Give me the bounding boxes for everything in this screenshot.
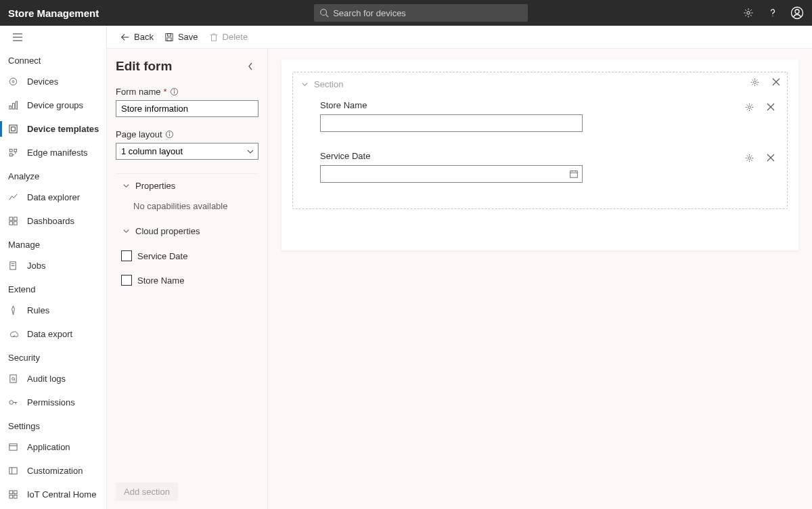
svg-rect-18 xyxy=(9,154,12,156)
nav-item-device-templates[interactable]: Device templates xyxy=(0,117,106,141)
nav-item-customization[interactable]: Customization xyxy=(0,459,106,483)
global-search[interactable] xyxy=(314,4,528,22)
hamburger-icon xyxy=(12,32,23,42)
nav-toggle-button[interactable] xyxy=(4,26,31,49)
nav-item-audit-logs[interactable]: Audit logs xyxy=(0,367,106,391)
nav-item-iot-central-home[interactable]: IoT Central Home xyxy=(0,483,106,506)
svg-point-2 xyxy=(747,12,750,14)
svg-point-55 xyxy=(748,106,750,108)
svg-point-65 xyxy=(748,156,750,159)
help-icon xyxy=(767,7,778,18)
info-icon[interactable] xyxy=(170,87,179,96)
nav-item-label: Device templates xyxy=(27,124,99,134)
chevron-down-icon xyxy=(122,227,130,235)
svg-line-29 xyxy=(14,380,15,380)
svg-point-30 xyxy=(9,401,14,405)
nav-item-dashboards[interactable]: Dashboards xyxy=(0,209,106,233)
page-layout-label: Page layout xyxy=(116,129,258,139)
svg-rect-36 xyxy=(14,491,17,494)
nav-item-label: Edge manifests xyxy=(27,148,88,158)
svg-rect-19 xyxy=(9,217,13,221)
field-remove-button[interactable] xyxy=(764,151,777,164)
add-section-button[interactable]: Add section xyxy=(116,483,178,501)
cloud-prop-checkbox-service-date[interactable]: Service Date xyxy=(116,245,258,267)
field-input-text[interactable] xyxy=(320,114,583,132)
svg-rect-33 xyxy=(9,468,17,474)
field-label: Service Date xyxy=(320,151,760,161)
nav-item-jobs[interactable]: Jobs xyxy=(0,254,106,278)
nav-item-data-explorer[interactable]: Data explorer xyxy=(0,185,106,209)
top-bar: Store Management xyxy=(0,0,812,26)
audit-logs-icon xyxy=(8,374,27,384)
account-icon xyxy=(790,6,804,20)
nav-item-device-groups[interactable]: Device groups xyxy=(0,93,106,117)
svg-rect-37 xyxy=(9,495,13,498)
customization-icon xyxy=(8,466,27,476)
nav-item-label: Dashboards xyxy=(27,216,74,226)
left-nav: Connect Devices Device groups Device tem… xyxy=(0,26,107,509)
form-section[interactable]: Section Store Name xyxy=(292,72,788,209)
no-capabilities-message: No capabilities available xyxy=(116,197,258,219)
nav-item-devices[interactable]: Devices xyxy=(0,70,106,93)
info-icon[interactable] xyxy=(165,130,174,139)
section-settings-button[interactable] xyxy=(748,75,761,89)
panel-collapse-button[interactable] xyxy=(242,58,258,74)
save-label: Save xyxy=(178,32,198,42)
back-button[interactable]: Back xyxy=(120,32,154,42)
delete-button: Delete xyxy=(209,32,248,42)
home-icon xyxy=(8,489,27,500)
nav-item-data-export[interactable]: Data export xyxy=(0,322,106,346)
svg-rect-11 xyxy=(9,106,12,109)
account-button[interactable] xyxy=(785,0,809,26)
help-button[interactable] xyxy=(761,0,785,26)
svg-point-52 xyxy=(753,81,756,83)
svg-marker-26 xyxy=(12,306,15,315)
svg-point-10 xyxy=(12,81,14,83)
svg-point-9 xyxy=(9,78,16,85)
close-icon xyxy=(766,102,775,112)
properties-section-toggle[interactable]: Properties xyxy=(116,174,258,197)
dashboards-icon xyxy=(8,216,27,226)
svg-rect-41 xyxy=(167,33,171,36)
form-field-store-name[interactable]: Store Name xyxy=(298,92,782,143)
nav-section-manage: Manage xyxy=(0,233,106,254)
nav-item-label: Devices xyxy=(27,76,58,87)
form-field-service-date[interactable]: Service Date xyxy=(298,143,782,194)
chevron-down-icon[interactable] xyxy=(301,81,309,88)
nav-item-edge-manifests[interactable]: Edge manifests xyxy=(0,141,106,164)
save-icon xyxy=(164,32,174,42)
page-layout-select[interactable] xyxy=(116,143,258,160)
save-button[interactable]: Save xyxy=(164,32,198,42)
field-remove-button[interactable] xyxy=(764,100,777,114)
device-templates-icon xyxy=(8,124,27,134)
checkbox-icon xyxy=(121,275,132,286)
device-groups-icon xyxy=(8,100,27,110)
jobs-icon xyxy=(8,261,27,271)
svg-rect-14 xyxy=(9,125,17,133)
page-layout-value[interactable] xyxy=(116,143,258,160)
gear-icon xyxy=(744,102,754,112)
section-remove-button[interactable] xyxy=(769,75,783,89)
svg-line-1 xyxy=(326,15,329,18)
nav-item-permissions[interactable]: Permissions xyxy=(0,391,106,414)
nav-section-settings: Settings xyxy=(0,414,106,435)
nav-item-label: IoT Central Home xyxy=(27,489,96,500)
nav-item-label: Customization xyxy=(27,466,83,476)
form-name-input[interactable] xyxy=(116,100,258,117)
field-settings-button[interactable] xyxy=(742,151,756,164)
nav-item-application[interactable]: Application xyxy=(0,435,106,459)
search-input[interactable] xyxy=(333,8,522,18)
section-label: Section xyxy=(314,79,343,89)
cloud-prop-checkbox-store-name[interactable]: Store Name xyxy=(116,269,258,291)
gear-icon xyxy=(744,153,754,163)
settings-gear-button[interactable] xyxy=(736,0,761,26)
nav-item-label: Audit logs xyxy=(27,374,66,384)
field-input-date[interactable] xyxy=(320,165,583,183)
cloud-properties-section-toggle[interactable]: Cloud properties xyxy=(116,219,258,242)
delete-label: Delete xyxy=(223,32,248,42)
edge-manifests-icon xyxy=(8,148,27,158)
nav-section-security: Security xyxy=(0,346,106,367)
nav-section-analyze: Analyze xyxy=(0,164,106,185)
field-settings-button[interactable] xyxy=(742,100,756,114)
nav-item-rules[interactable]: Rules xyxy=(0,298,106,322)
